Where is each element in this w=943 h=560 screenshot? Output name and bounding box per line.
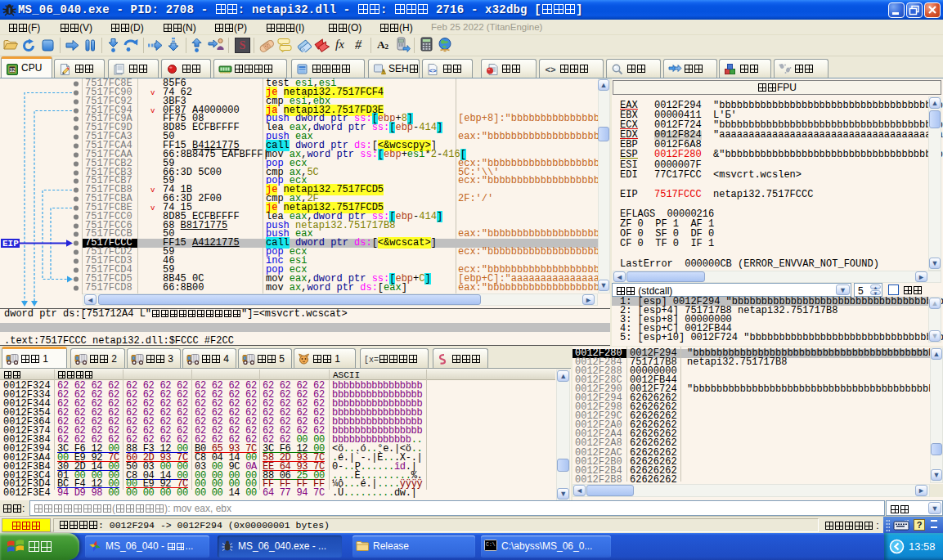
svg-text:2: 2 [385,43,389,51]
svg-text:C:\: C:\ [486,542,496,548]
svg-text:fx: fx [335,38,344,51]
svg-text:#: # [355,38,362,52]
svg-text:<>: <> [429,67,437,74]
svg-text:<>: <> [545,65,556,75]
svg-text:EIP: EIP [2,239,19,249]
svg-text:A: A [377,38,385,51]
svg-text:[x=]: [x=] [364,356,379,365]
svg-text:S: S [240,39,246,52]
svg-text:32: 32 [9,67,16,73]
